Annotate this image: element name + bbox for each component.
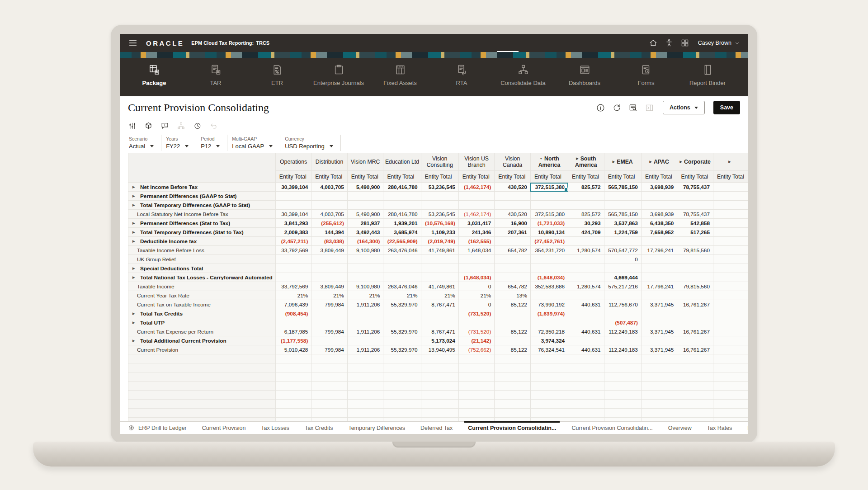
- grid-cell[interactable]: (162,555): [458, 237, 495, 246]
- grid-cell[interactable]: [677, 273, 713, 282]
- nav-item-tar[interactable]: TAR: [185, 58, 246, 96]
- grid-cell[interactable]: [421, 264, 458, 273]
- pov-value[interactable]: USD Reporting: [285, 143, 333, 150]
- grid-cell[interactable]: 8,767,471: [421, 327, 458, 336]
- grid-cell[interactable]: 354,231,720: [530, 246, 568, 255]
- grid-cell[interactable]: [713, 300, 748, 309]
- grid-cell[interactable]: [713, 237, 748, 246]
- grid-cell[interactable]: [383, 264, 421, 273]
- grid-cell[interactable]: 9,100,980: [347, 282, 383, 291]
- column-header-distribution[interactable]: Distribution: [311, 153, 348, 171]
- expand-triangle-icon[interactable]: ▶: [132, 203, 135, 207]
- nav-item-dashboards[interactable]: Dashboards: [554, 58, 615, 96]
- grid-cell[interactable]: [311, 318, 348, 327]
- subheader-entity-total[interactable]: Entity Total: [421, 171, 458, 183]
- grid-cell[interactable]: 5,490,900: [347, 210, 383, 219]
- grid-cell[interactable]: [311, 255, 348, 264]
- grid-cell[interactable]: 280,416,780: [383, 183, 421, 192]
- grid-cell[interactable]: [275, 255, 311, 264]
- grid-cell[interactable]: [713, 345, 748, 354]
- grid-cell[interactable]: [641, 291, 677, 300]
- expand-triangle-icon[interactable]: ▶: [132, 321, 135, 325]
- grid-cell[interactable]: 3,031,417: [458, 219, 495, 228]
- tab-tax-rates[interactable]: Tax Rates: [707, 422, 732, 434]
- grid-cell[interactable]: [530, 318, 568, 327]
- column-header-operations[interactable]: Operations: [275, 153, 311, 171]
- grid-cell[interactable]: 3,841,293: [275, 219, 311, 228]
- grid-cell[interactable]: [713, 327, 748, 336]
- grid-cell[interactable]: 654,782: [495, 246, 531, 255]
- grid-cell[interactable]: 565,785,150: [604, 183, 641, 192]
- grid-cell[interactable]: [383, 201, 421, 210]
- row-label[interactable]: ▶Total Temporary Differences (GAAP to St…: [128, 201, 276, 210]
- row-label[interactable]: ▶Total UTP: [128, 318, 276, 327]
- grid-cell[interactable]: 440,631: [568, 327, 604, 336]
- grid-cell[interactable]: (752,662): [458, 345, 495, 354]
- subheader-entity-total[interactable]: Entity Total: [568, 171, 604, 183]
- tab-tax-losses[interactable]: Tax Losses: [261, 422, 289, 434]
- grid-cell[interactable]: [713, 282, 748, 291]
- expand-triangle-icon[interactable]: ▶: [132, 185, 135, 189]
- nav-item-package[interactable]: Package: [123, 58, 185, 96]
- grid-cell[interactable]: [604, 291, 641, 300]
- nav-item-fixed-assets[interactable]: Fixed Assets: [369, 58, 431, 96]
- grid-cell[interactable]: 542,858: [677, 219, 713, 228]
- grid-cell[interactable]: [677, 309, 713, 318]
- subheader-entity-total[interactable]: Entity Total: [458, 171, 495, 183]
- grid-cell[interactable]: 53,236,545: [421, 183, 458, 192]
- home-icon[interactable]: [649, 38, 658, 47]
- grid-cell[interactable]: 79,815,560: [677, 246, 713, 255]
- grid-cell[interactable]: [604, 336, 641, 345]
- grid-cell[interactable]: (1,721,033): [530, 219, 568, 228]
- grid-cell[interactable]: 16,761,267: [677, 327, 713, 336]
- subheader-entity-total[interactable]: Entity Total: [495, 171, 531, 183]
- grid-cell[interactable]: 5,490,900: [347, 183, 383, 192]
- grid-cell[interactable]: 112,249,183: [604, 327, 641, 336]
- grid-cell[interactable]: [311, 201, 348, 210]
- grid-cell[interactable]: [421, 309, 458, 318]
- nav-item-forms[interactable]: Forms: [615, 58, 677, 96]
- grid-cell[interactable]: 21%: [421, 291, 458, 300]
- grid-cell[interactable]: 85,122: [495, 327, 531, 336]
- grid-cell[interactable]: [677, 336, 713, 345]
- grid-cell[interactable]: [495, 201, 531, 210]
- grid-cell[interactable]: 1,280,574: [568, 282, 604, 291]
- subheader-entity-total[interactable]: Entity Total: [275, 171, 311, 183]
- grid-cell[interactable]: [641, 192, 677, 201]
- grid-cell[interactable]: 112,249,183: [604, 345, 641, 354]
- grid-cell[interactable]: 207,361: [495, 228, 531, 237]
- grid-cell[interactable]: (1,177,558): [275, 336, 311, 345]
- grid-cell[interactable]: [421, 273, 458, 282]
- grid-cell[interactable]: [713, 219, 748, 228]
- grid-cell[interactable]: 30,293: [568, 219, 604, 228]
- selection-handle[interactable]: [564, 188, 568, 191]
- grid-cell[interactable]: 16,761,267: [677, 300, 713, 309]
- grid-cell[interactable]: 565,785,150: [604, 210, 641, 219]
- grid-cell[interactable]: [311, 336, 348, 345]
- grid-cell[interactable]: [311, 273, 348, 282]
- grid-cell[interactable]: 21%: [275, 291, 311, 300]
- grid-cell[interactable]: 16,900: [495, 219, 531, 228]
- grid-cell[interactable]: 1,280,574: [568, 246, 604, 255]
- grid-cell[interactable]: [530, 291, 568, 300]
- grid-cell[interactable]: 3,371,945: [641, 327, 677, 336]
- grid-cell[interactable]: 76,324,541: [530, 345, 568, 354]
- grid-cell[interactable]: [641, 255, 677, 264]
- expand-triangle-icon[interactable]: ▶: [132, 276, 135, 279]
- expand-triangle-icon[interactable]: ▶: [132, 194, 135, 198]
- grid-cell[interactable]: 55,329,970: [383, 327, 421, 336]
- grid-cell[interactable]: 825,572: [568, 210, 604, 219]
- grid-cell[interactable]: 144,394: [311, 228, 348, 237]
- grid-cell[interactable]: (83,038): [311, 237, 348, 246]
- grid-cell[interactable]: [604, 264, 641, 273]
- grid-cell[interactable]: (255,612): [311, 219, 348, 228]
- nav-item-report-binder[interactable]: Report Binder: [677, 58, 738, 96]
- grid-cell[interactable]: 440,631: [568, 300, 604, 309]
- column-header-south-america[interactable]: ▶South America: [568, 153, 604, 171]
- grid-cell[interactable]: (731,520): [458, 327, 495, 336]
- expand-triangle-icon[interactable]: ▶: [132, 312, 135, 316]
- grid-cell[interactable]: 8,767,471: [421, 300, 458, 309]
- grid-cell[interactable]: 3,685,974: [383, 228, 421, 237]
- grid-cell[interactable]: 4,003,705: [311, 210, 348, 219]
- grid-cell[interactable]: 0: [458, 282, 495, 291]
